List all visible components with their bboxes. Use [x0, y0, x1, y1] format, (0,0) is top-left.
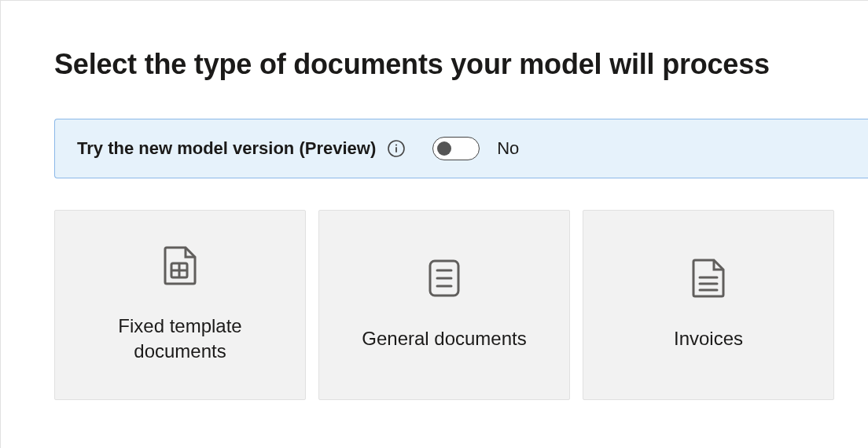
info-icon[interactable]: [387, 139, 406, 158]
document-type-cards: Fixed template documents General documen…: [54, 210, 868, 400]
card-fixed-template-documents[interactable]: Fixed template documents: [54, 210, 306, 400]
page-title: Select the type of documents your model …: [54, 48, 868, 81]
svg-rect-2: [395, 147, 397, 152]
card-title: Invoices: [674, 326, 743, 351]
card-title: Fixed template documents: [79, 314, 281, 365]
fixed-template-document-icon: [164, 246, 197, 285]
general-document-icon: [428, 259, 460, 298]
toggle-state-label: No: [497, 138, 519, 159]
toggle-thumb: [437, 141, 451, 156]
preview-label: Try the new model version (Preview): [77, 138, 376, 159]
preview-toggle[interactable]: [432, 137, 480, 160]
invoice-document-icon: [692, 259, 725, 298]
card-title: General documents: [362, 326, 526, 351]
preview-banner: Try the new model version (Preview) No: [54, 119, 868, 178]
card-general-documents[interactable]: General documents: [318, 210, 570, 400]
card-invoices[interactable]: Invoices: [583, 210, 834, 400]
svg-point-1: [395, 144, 397, 145]
